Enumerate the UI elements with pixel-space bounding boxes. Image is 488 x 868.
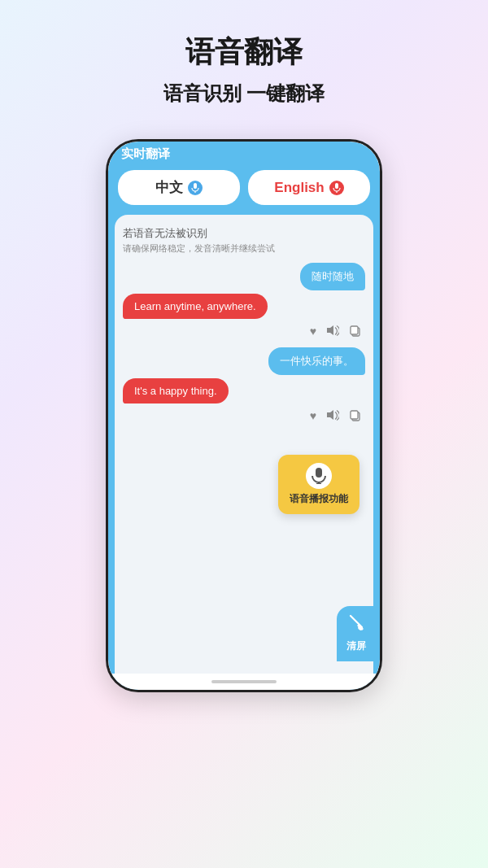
speaker-icon-1[interactable] [326, 325, 339, 340]
action-icons-row-2: ♥ [123, 407, 365, 427]
msg-left-1: Learn anytime, anywhere. [123, 294, 365, 319]
home-bar-line [211, 680, 277, 683]
phone-screen: 实时翻译 中文 English [108, 142, 380, 690]
system-sub: 请确保网络稳定，发音清晰并继续尝试 [123, 242, 365, 255]
msg-right-2: 一件快乐的事。 [123, 347, 365, 375]
svg-marker-7 [327, 410, 333, 420]
app-title-text: 实时翻译 [121, 146, 170, 160]
lang-buttons-row: 中文 English [108, 170, 380, 215]
system-message: 若语音无法被识别 请确保网络稳定，发音清晰并继续尝试 [123, 226, 365, 255]
clear-text: 清屏 [346, 639, 366, 653]
heart-icon-1[interactable]: ♥ [310, 325, 316, 340]
tooltip-mic-icon [306, 463, 332, 489]
tooltip-overlay: 语音播报功能 [278, 455, 359, 514]
bubble-left-2: It's a happy thing. [123, 378, 229, 403]
svg-rect-10 [316, 468, 322, 478]
bubble-right-2-text: 一件快乐的事。 [280, 355, 354, 367]
bubble-left-1-text: Learn anytime, anywhere. [134, 300, 256, 312]
lang-button-english[interactable]: English [248, 170, 370, 205]
mic-icon-red [329, 181, 344, 195]
svg-rect-0 [194, 183, 197, 189]
msg-right-1: 随时随地 [123, 263, 365, 290]
bubble-right-1: 随时随地 [300, 263, 365, 290]
phone-wrapper: 实时翻译 中文 English [106, 139, 382, 692]
heart-icon-2[interactable]: ♥ [310, 409, 316, 425]
action-icons-row-1: ♥ [123, 322, 365, 342]
clear-button[interactable]: 清屏 [337, 606, 376, 661]
sub-title: 语音识别 一键翻译 [163, 81, 325, 107]
lang-english-label: English [274, 180, 324, 196]
broom-icon [347, 614, 365, 636]
header-section: 语音翻译 语音识别 一键翻译 [147, 0, 342, 131]
chat-area: 若语音无法被识别 请确保网络稳定，发音清晰并继续尝试 随时随地 Learn an… [115, 215, 373, 674]
lang-chinese-label: 中文 [155, 178, 183, 197]
svg-rect-9 [351, 411, 358, 419]
speaker-icon-2[interactable] [326, 409, 339, 425]
tooltip-text: 语音播报功能 [290, 492, 348, 506]
phone-home-bar [108, 674, 380, 690]
copy-icon-2[interactable] [349, 409, 362, 425]
app-title-bar: 实时翻译 [108, 142, 380, 170]
svg-marker-4 [327, 325, 333, 335]
svg-rect-2 [335, 183, 338, 189]
msg-left-2: It's a happy thing. [123, 378, 365, 403]
svg-rect-6 [351, 326, 358, 334]
bubble-left-1: Learn anytime, anywhere. [123, 294, 268, 319]
main-title: 语音翻译 [163, 33, 325, 72]
copy-icon-1[interactable] [349, 325, 362, 340]
mic-icon-blue [188, 181, 203, 195]
lang-button-chinese[interactable]: 中文 [118, 170, 240, 205]
system-title: 若语音无法被识别 [123, 226, 365, 241]
bubble-right-2: 一件快乐的事。 [268, 347, 365, 375]
bubble-right-1-text: 随时随地 [312, 270, 354, 282]
bubble-left-2-text: It's a happy thing. [134, 385, 217, 397]
